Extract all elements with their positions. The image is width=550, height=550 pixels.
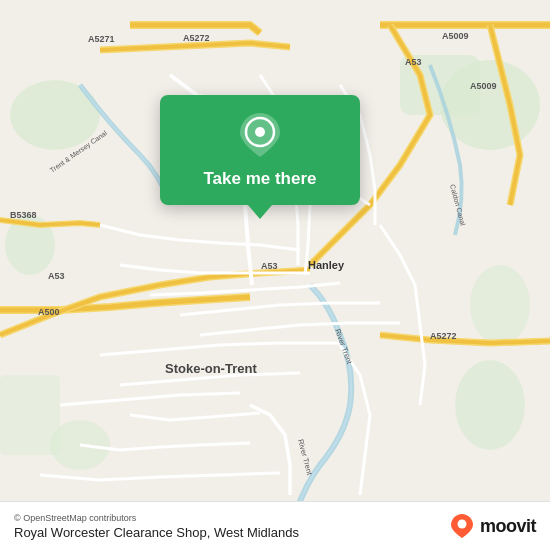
svg-point-5 — [470, 265, 530, 345]
map-container: A5272 A5009 A5009 A53 A53 A53 A5272 A500… — [0, 0, 550, 550]
svg-point-6 — [455, 360, 525, 450]
bottom-info: © OpenStreetMap contributors Royal Worce… — [14, 513, 299, 540]
navigation-popup[interactable]: Take me there — [160, 95, 360, 205]
moovit-brand-text: moovit — [480, 516, 536, 537]
svg-point-28 — [457, 520, 466, 529]
svg-text:A5272: A5272 — [430, 331, 457, 341]
svg-text:A53: A53 — [405, 57, 422, 67]
svg-text:A53: A53 — [48, 271, 65, 281]
svg-text:A5271: A5271 — [88, 34, 115, 44]
moovit-logo: moovit — [448, 512, 536, 540]
svg-text:A53: A53 — [261, 261, 278, 271]
svg-text:B5368: B5368 — [10, 210, 37, 220]
svg-text:Hanley: Hanley — [308, 259, 345, 271]
moovit-pin-icon — [448, 512, 476, 540]
svg-text:A5272: A5272 — [183, 33, 210, 43]
bottom-bar: © OpenStreetMap contributors Royal Worce… — [0, 501, 550, 550]
popup-overlay: Take me there — [155, 95, 365, 219]
svg-text:A5009: A5009 — [442, 31, 469, 41]
svg-text:A500: A500 — [38, 307, 60, 317]
popup-arrow — [248, 205, 272, 219]
svg-text:A5009: A5009 — [470, 81, 497, 91]
location-name: Royal Worcester Clearance Shop, West Mid… — [14, 525, 299, 540]
take-me-there-button[interactable]: Take me there — [203, 169, 316, 189]
svg-rect-8 — [0, 375, 60, 455]
map-background: A5272 A5009 A5009 A53 A53 A53 A5272 A500… — [0, 0, 550, 550]
location-pin-icon — [240, 113, 280, 161]
svg-point-27 — [255, 127, 265, 137]
svg-text:Stoke-on-Trent: Stoke-on-Trent — [165, 361, 257, 376]
attribution-text: © OpenStreetMap contributors — [14, 513, 299, 523]
